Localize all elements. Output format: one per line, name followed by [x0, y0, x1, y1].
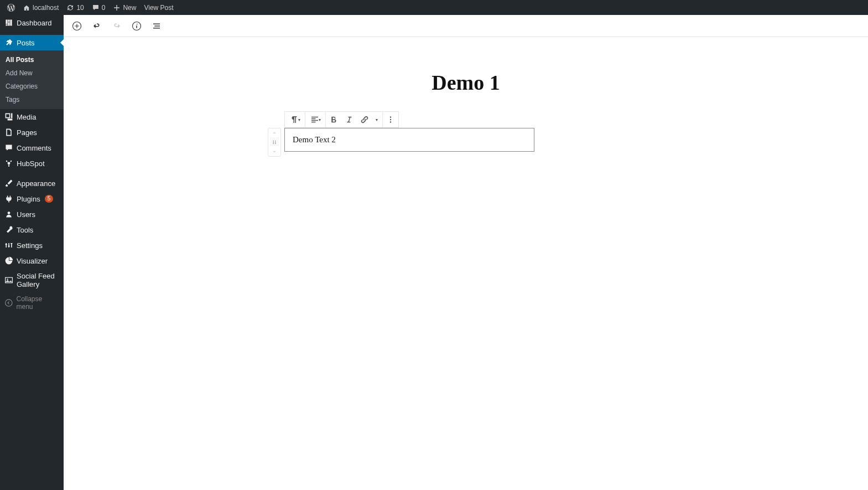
- page-icon: [4, 128, 13, 137]
- block-navigation-button[interactable]: [149, 18, 164, 34]
- visualizer-label: Visualizer: [17, 257, 48, 265]
- user-icon: [4, 210, 13, 219]
- block-mover: [268, 128, 281, 157]
- more-formatting-button[interactable]: ▾: [372, 112, 382, 127]
- more-vertical-icon: [386, 115, 396, 125]
- sidebar-item-dashboard[interactable]: Dashboard: [0, 15, 64, 30]
- users-label: Users: [17, 210, 35, 219]
- svg-point-11: [275, 141, 276, 141]
- undo-button[interactable]: [89, 18, 105, 34]
- undo-icon: [92, 21, 102, 31]
- refresh-icon: [66, 4, 74, 12]
- svg-point-7: [6, 300, 12, 306]
- svg-point-10: [273, 141, 273, 141]
- content-info-button[interactable]: [129, 18, 144, 34]
- new-link[interactable]: New: [109, 0, 140, 15]
- drag-handle[interactable]: [268, 137, 280, 147]
- plugins-label: Plugins: [17, 195, 40, 203]
- caret-down-icon: ▾: [376, 117, 378, 122]
- submenu-tags[interactable]: Tags: [0, 93, 64, 106]
- submenu-all-posts[interactable]: All Posts: [0, 53, 64, 66]
- comment-icon: [92, 4, 100, 12]
- svg-point-6: [7, 278, 8, 280]
- gallery-icon: [4, 276, 13, 285]
- submenu-add-new[interactable]: Add New: [0, 66, 64, 80]
- appearance-label: Appearance: [17, 179, 55, 188]
- redo-icon: [112, 21, 122, 31]
- comments-icon: [4, 143, 13, 152]
- chevron-down-icon: [271, 148, 278, 155]
- dashboard-label: Dashboard: [17, 19, 52, 27]
- sidebar-item-appearance[interactable]: Appearance: [0, 176, 64, 191]
- block-type-button[interactable]: ▾: [285, 112, 305, 127]
- hubspot-label: HubSpot: [17, 159, 45, 168]
- comments-label: Comments: [17, 144, 51, 152]
- collapse-label: Collapse menu: [17, 295, 60, 311]
- pages-label: Pages: [17, 128, 37, 137]
- site-link[interactable]: localhost: [19, 0, 63, 15]
- move-up-button[interactable]: [268, 128, 280, 137]
- redo-button[interactable]: [109, 18, 124, 34]
- add-block-button[interactable]: [69, 18, 85, 34]
- plug-icon: [4, 194, 13, 203]
- caret-down-icon: ▾: [298, 117, 300, 122]
- hubspot-icon: [4, 159, 13, 168]
- italic-button[interactable]: [341, 112, 357, 127]
- caret-down-icon: ▾: [319, 117, 321, 122]
- new-label: New: [123, 4, 136, 12]
- sidebar-item-social-feed[interactable]: Social Feed Gallery: [0, 269, 64, 292]
- pin-icon: [4, 38, 13, 47]
- collapse-menu[interactable]: Collapse menu: [0, 292, 64, 314]
- plugins-badge: 5: [45, 195, 54, 203]
- sidebar-item-pages[interactable]: Pages: [0, 125, 64, 140]
- settings-label: Settings: [17, 241, 43, 250]
- block-text-input[interactable]: Demo Text 2: [284, 128, 534, 152]
- home-icon: [23, 4, 30, 12]
- svg-point-14: [273, 143, 273, 144]
- post-title[interactable]: Demo 1: [297, 70, 635, 95]
- sidebar-item-comments[interactable]: Comments: [0, 140, 64, 156]
- comments-link[interactable]: 0: [88, 0, 110, 15]
- link-button[interactable]: [357, 112, 372, 127]
- svg-point-15: [275, 143, 276, 144]
- align-button[interactable]: ▾: [305, 112, 325, 127]
- chevron-up-icon: [271, 130, 278, 136]
- sidebar-item-tools[interactable]: Tools: [0, 222, 64, 238]
- move-down-button[interactable]: [268, 147, 280, 156]
- svg-point-12: [273, 142, 273, 142]
- site-name: localhost: [33, 4, 59, 12]
- wrench-icon: [4, 225, 13, 234]
- plus-circle-icon: [72, 21, 82, 31]
- sidebar-item-posts[interactable]: Posts: [0, 35, 64, 50]
- submenu-categories[interactable]: Categories: [0, 80, 64, 93]
- editor-top-toolbar: [64, 15, 868, 37]
- sidebar-item-users[interactable]: Users: [0, 207, 64, 222]
- drag-icon: [271, 139, 278, 146]
- posts-label: Posts: [17, 39, 35, 47]
- sliders-icon: [4, 241, 13, 250]
- view-post-label: View Post: [144, 4, 173, 12]
- link-icon: [360, 115, 370, 125]
- sidebar-item-hubspot[interactable]: HubSpot: [0, 156, 64, 171]
- updates-link[interactable]: 10: [63, 0, 87, 15]
- editor-canvas[interactable]: Demo 1: [64, 37, 868, 490]
- sidebar-item-plugins[interactable]: Plugins 5: [0, 191, 64, 207]
- brush-icon: [4, 179, 13, 188]
- svg-point-13: [275, 142, 276, 142]
- more-options-button[interactable]: [383, 112, 398, 127]
- wp-logo-link[interactable]: [3, 0, 19, 15]
- media-icon: [4, 112, 13, 121]
- admin-sidebar: Dashboard Posts All Posts Add New Catego…: [0, 15, 64, 490]
- view-post-link[interactable]: View Post: [140, 0, 177, 15]
- updates-count: 10: [76, 4, 84, 12]
- sidebar-item-settings[interactable]: Settings: [0, 238, 64, 253]
- block-toolbar: ▾ ▾: [284, 111, 399, 128]
- svg-rect-5: [6, 277, 13, 283]
- wordpress-icon: [7, 4, 15, 12]
- bold-button[interactable]: [326, 112, 341, 127]
- outline-icon: [152, 21, 162, 31]
- posts-submenu: All Posts Add New Categories Tags: [0, 50, 64, 109]
- sidebar-item-media[interactable]: Media: [0, 109, 64, 125]
- italic-icon: [344, 115, 354, 125]
- sidebar-item-visualizer[interactable]: Visualizer: [0, 253, 64, 269]
